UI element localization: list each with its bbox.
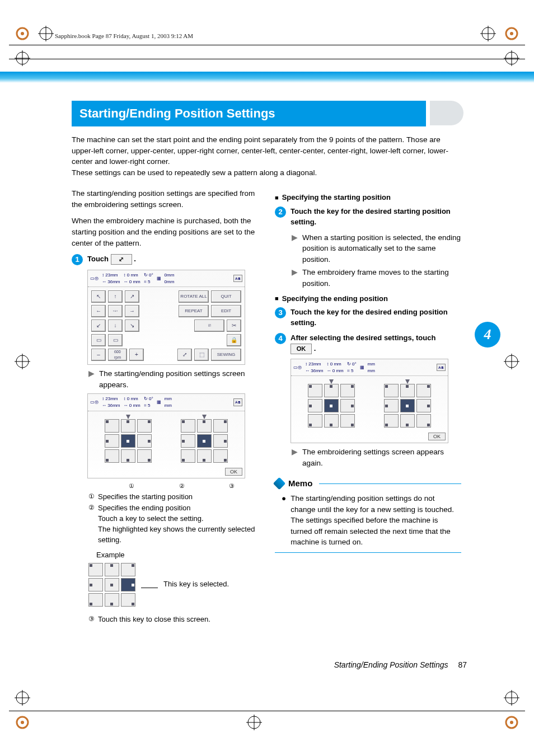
pos-uc[interactable] — [121, 419, 135, 433]
ok-button[interactable]: OK — [225, 468, 242, 476]
thread-button[interactable]: ⎚ — [194, 320, 224, 332]
speed-plus-button[interactable]: + — [129, 349, 144, 361]
pos-lc[interactable] — [197, 449, 212, 463]
pos-cl[interactable] — [88, 578, 103, 591]
pos-lc[interactable] — [400, 414, 415, 428]
abc-icon[interactable]: ᴀʙ — [437, 364, 446, 372]
arrow-down-button[interactable]: ↓ — [108, 320, 123, 332]
memo-rule — [319, 483, 461, 484]
pos-ll[interactable] — [308, 414, 322, 428]
step-4: 4 After selecting the desired settings, … — [275, 333, 461, 354]
lock-button[interactable]: 🔒 — [227, 334, 241, 346]
rule — [9, 59, 525, 59]
dy: 0 — [129, 279, 132, 284]
pos-ur[interactable] — [137, 419, 152, 433]
svg-point-3 — [510, 32, 513, 35]
arrow-down-right-button[interactable]: ↘ — [125, 320, 139, 332]
pos-ul[interactable] — [308, 384, 322, 397]
left-p2: When the embroidery machine is purchased… — [72, 215, 258, 248]
repeat-button[interactable]: REPEAT — [179, 305, 209, 317]
edit-button[interactable]: EDIT — [211, 305, 241, 317]
abc-icon[interactable]: ᴀʙ — [233, 398, 242, 406]
step-2: 2 Touch the key for the desired starting… — [275, 206, 461, 228]
intro-p2: These settings can be used to repeatedly… — [72, 167, 463, 179]
pos-ll[interactable] — [88, 593, 103, 607]
pos-cc[interactable] — [105, 578, 119, 591]
pos-ul[interactable] — [181, 419, 195, 433]
pos-lr[interactable] — [137, 449, 152, 463]
center-button[interactable]: ·◦· — [108, 305, 123, 317]
end-grid-wrap — [384, 379, 431, 428]
ok-key[interactable]: OK — [291, 344, 312, 354]
pos-cr-selected[interactable] — [121, 578, 135, 591]
pos-ll[interactable] — [181, 449, 195, 463]
pos-lc[interactable] — [324, 414, 339, 428]
position-settings-button[interactable]: ⤢ — [177, 349, 192, 361]
rotate-all-button[interactable]: ROTATE ALL — [179, 290, 209, 303]
pos-cc[interactable] — [324, 399, 339, 412]
pos-ll[interactable] — [384, 414, 399, 428]
pos-lc[interactable] — [121, 449, 135, 463]
pos-ur[interactable] — [340, 384, 355, 397]
pos-cc[interactable] — [400, 399, 415, 412]
pos-lr[interactable] — [340, 414, 355, 428]
pos-cr[interactable] — [137, 434, 152, 448]
pos-uc[interactable] — [324, 384, 339, 397]
pos-lr[interactable] — [416, 414, 431, 428]
zoom: 5 — [148, 403, 150, 408]
color-prev-button[interactable]: ▭ — [91, 334, 106, 346]
callout-2-num: ② — [179, 482, 185, 491]
circ-2: ② — [88, 503, 95, 545]
unit: mm — [130, 273, 138, 278]
arrow-down-left-button[interactable]: ↙ — [91, 320, 106, 332]
arrow-up-left-button[interactable]: ↖ — [91, 290, 106, 303]
pos-ur[interactable] — [213, 419, 228, 433]
pos-ul[interactable] — [384, 384, 399, 397]
lamp-button[interactable]: ✂ — [227, 320, 241, 332]
pos-cl[interactable] — [308, 399, 322, 412]
pos-cl[interactable] — [181, 434, 195, 448]
registration-icon — [15, 354, 30, 369]
pos-lc[interactable] — [105, 593, 119, 607]
color-next-button[interactable]: ▭ — [108, 334, 123, 346]
position-key-icon[interactable]: ⤢ — [111, 254, 132, 265]
quit-button[interactable]: QUIT — [211, 290, 241, 303]
svg-point-7 — [510, 721, 513, 724]
abc-icon[interactable]: ᴀʙ — [233, 275, 242, 283]
right-column: ■Specifying the starting position 2 Touc… — [275, 188, 461, 626]
pos-ll[interactable] — [105, 449, 119, 463]
dim-h: 23mm — [105, 396, 118, 401]
pos-cr[interactable] — [213, 434, 228, 448]
callout-1-num: ① — [129, 482, 134, 491]
pos-lr[interactable] — [213, 449, 228, 463]
frame-move-button[interactable]: ⬚ — [194, 349, 209, 361]
pos-cc[interactable] — [197, 434, 212, 448]
pos-cc[interactable] — [121, 434, 135, 448]
dim-w: 36mm — [107, 279, 120, 284]
pos-uc[interactable] — [105, 563, 119, 576]
pos-ul[interactable] — [88, 563, 103, 576]
pos-uc[interactable] — [197, 419, 212, 433]
pos-uc[interactable] — [400, 384, 415, 397]
triangle-bullet-icon: ▶ — [292, 447, 298, 468]
triangle-bullet-icon: ▶ — [292, 232, 298, 265]
arrow-left-button[interactable]: ← — [91, 305, 106, 317]
arrow-up-button[interactable]: ↑ — [108, 290, 123, 303]
pos-cr[interactable] — [416, 399, 431, 412]
callout-1: ①Specifies the starting position — [88, 492, 258, 503]
sewing-button[interactable]: SEWING — [211, 349, 241, 361]
step-4a: After selecting the desired settings, to… — [291, 334, 435, 342]
pos-cl[interactable] — [105, 434, 119, 448]
pos-cr[interactable] — [340, 399, 355, 412]
ok-button[interactable]: OK — [428, 433, 446, 440]
speed-minus-button[interactable]: – — [91, 349, 106, 361]
pos-lr[interactable] — [121, 593, 135, 607]
rot: 0° — [352, 361, 357, 367]
pos-ur[interactable] — [121, 563, 135, 576]
start-grid — [105, 419, 152, 463]
pos-cl[interactable] — [384, 399, 399, 412]
arrow-right-button[interactable]: → — [125, 305, 139, 317]
pos-ul[interactable] — [105, 419, 119, 433]
pos-ur[interactable] — [416, 384, 431, 397]
arrow-up-right-button[interactable]: ↗ — [125, 290, 139, 303]
